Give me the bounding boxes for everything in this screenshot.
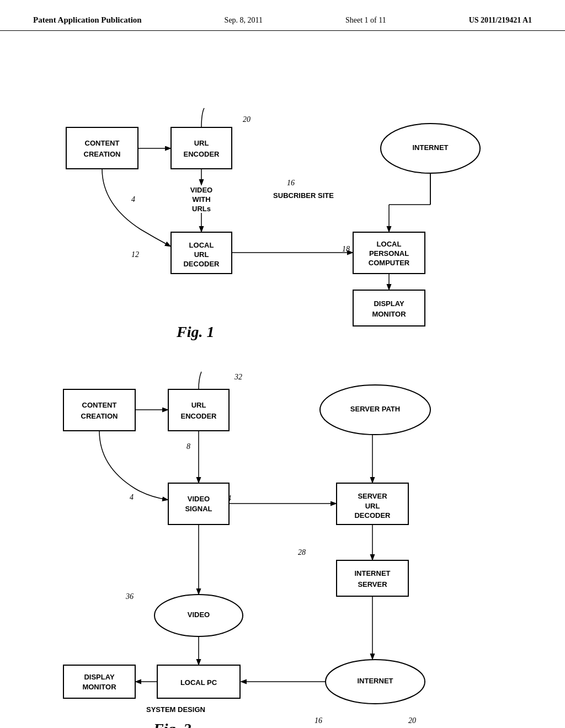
server-url-decoder-label3: DECODER [354, 511, 391, 520]
display-monitor-box-1 [353, 290, 425, 326]
ref2-20: 20 [408, 716, 416, 725]
display-monitor-2: DISPLAY [84, 673, 114, 681]
local-pc-label-2: LOCAL PC [180, 678, 217, 687]
internet-server-box [337, 560, 408, 596]
header-patent: US 2011/219421 A1 [469, 16, 532, 25]
diagrams-container: 20 4 8 12 16 18 CONTENT CREATION URL ENC… [0, 31, 565, 728]
url-encoder-label-1: URL [194, 139, 209, 147]
url-encoder-box-2 [168, 389, 229, 431]
url-encoder-label-1b: ENCODER [183, 150, 220, 158]
internet-label-2: INTERNET [358, 677, 393, 685]
ref2-28: 28 [298, 548, 306, 556]
ref2-36: 36 [125, 592, 134, 601]
video-signal-box [168, 483, 229, 524]
url-encoder-2b: ENCODER [180, 412, 217, 420]
video-signal-label: VIDEO [188, 495, 210, 503]
local-pc-label2: PERSONAL [369, 249, 409, 258]
figure-1: 20 4 8 12 16 18 CONTENT CREATION URL ENC… [33, 42, 530, 351]
content-creation-label-1: CONTENT [85, 139, 120, 147]
local-url-decoder-label: LOCAL [189, 241, 214, 249]
content-creation-box-2 [63, 389, 135, 431]
header-date: Sep. 8, 2011 [225, 16, 263, 25]
display-monitor-2b: MONITOR [82, 683, 116, 691]
header-title: Patent Application Publication [33, 15, 142, 25]
ref-4: 4 [131, 195, 135, 204]
display-monitor-label-1: DISPLAY [374, 299, 404, 308]
content-creation-label-1b: CREATION [84, 150, 121, 158]
arrow2-ue-up [199, 372, 201, 389]
fig2-label: Fig. 2 [153, 720, 191, 728]
arrow-cc-curved [102, 169, 170, 246]
local-url-decoder-label3: DECODER [183, 260, 220, 268]
ref-16: 16 [287, 179, 295, 187]
internet-server-label: INTERNET [355, 569, 391, 577]
local-pc-label3: COMPUTER [369, 259, 410, 267]
ref2-4: 4 [130, 493, 134, 501]
url-encoder-2: URL [191, 401, 206, 409]
video-urls-label2: WITH [192, 195, 210, 204]
server-url-decoder-label2: URL [365, 502, 380, 510]
page-header: Patent Application Publication Sep. 8, 2… [0, 0, 565, 31]
url-encoder-box-1 [171, 127, 232, 169]
system-design-label: SYSTEM DESIGN [146, 705, 205, 714]
internet-label-1: INTERNET [413, 143, 449, 152]
ref2-8: 8 [186, 442, 190, 451]
content-creation-2: CONTENT [82, 401, 117, 409]
local-url-decoder-label2: URL [194, 250, 209, 259]
subscriber-site-label: SUBCRIBER SITE [273, 191, 334, 200]
content-creation-2b: CREATION [81, 412, 118, 420]
ref-18: 18 [342, 245, 350, 253]
video-label: VIDEO [188, 611, 210, 619]
video-signal-label2: SIGNAL [185, 505, 212, 513]
display-monitor-label-1b: MONITOR [372, 310, 406, 318]
ref2-32: 32 [234, 373, 242, 381]
server-url-decoder-label: SERVER [358, 492, 387, 500]
video-urls-label3: URLs [192, 205, 211, 213]
fig1-label: Fig. 1 [176, 323, 214, 340]
internet-server-label2: SERVER [358, 580, 387, 588]
arrow-ue-up [201, 108, 204, 127]
local-pc-label: LOCAL [377, 240, 402, 248]
ref-20: 20 [243, 115, 250, 124]
server-path-label: SERVER PATH [350, 405, 400, 413]
content-creation-box-1 [66, 127, 138, 169]
header-sheet: Sheet 1 of 11 [345, 16, 386, 25]
ref2-16: 16 [315, 716, 322, 725]
ref-12: 12 [131, 250, 139, 259]
display-monitor-box-2 [63, 665, 135, 698]
video-urls-label: VIDEO [190, 186, 212, 194]
arrow2-cc-curved [99, 431, 167, 500]
figure-2: 32 4 8 24 28 36 18 16 20 CONTENT CREATIO… [33, 356, 530, 728]
